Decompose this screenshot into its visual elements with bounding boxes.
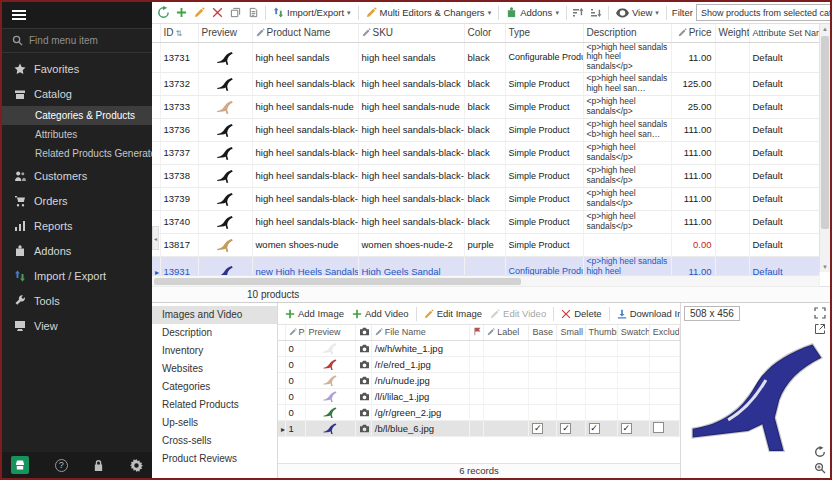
cell-base[interactable] <box>529 420 557 436</box>
column-header-position[interactable]: Pr <box>285 325 305 340</box>
delete-image-button[interactable]: Delete <box>558 306 604 321</box>
cell-exclude[interactable] <box>649 340 679 356</box>
fullscreen-icon[interactable] <box>814 307 826 319</box>
help-icon[interactable]: ? <box>55 459 68 472</box>
column-header-label[interactable]: Label <box>484 325 529 340</box>
product-row[interactable]: ▸ 13817 women shoes-nude women shoes-nud… <box>152 233 819 256</box>
sidebar-item-favorites[interactable]: Favorites <box>2 56 152 81</box>
sidebar-item-import-export[interactable]: Import / Export <box>2 263 152 288</box>
product-row[interactable]: ▸ 13732 high heel sandals-black high hee… <box>152 72 819 95</box>
add-icon[interactable] <box>173 4 190 21</box>
lock-icon[interactable] <box>93 459 104 472</box>
sidebar-item-addons[interactable]: Addons <box>2 238 152 263</box>
image-row[interactable]: ▸ 0 /l/i/lilac_1.jpg <box>278 388 680 404</box>
copy-icon[interactable] <box>227 4 244 21</box>
detail-tab[interactable]: Description <box>152 324 277 342</box>
column-header-type[interactable]: Type <box>505 24 583 42</box>
cell-small[interactable] <box>557 372 585 388</box>
cell-small[interactable] <box>557 388 585 404</box>
sidebar-item-categories-products[interactable]: Categories & Products <box>2 106 152 125</box>
column-header-exclude[interactable]: Exclude <box>649 325 679 340</box>
cell-small[interactable] <box>557 340 585 356</box>
store-icon[interactable] <box>11 456 29 474</box>
detail-tab[interactable]: Related Products <box>152 396 277 414</box>
cell-small[interactable] <box>557 404 585 420</box>
add-image-button[interactable]: Add Image <box>282 306 347 321</box>
sidebar-item-attributes[interactable]: Attributes <box>2 125 152 144</box>
product-row[interactable]: ▸ 13740 high heel sandals-black-38 high … <box>152 210 819 233</box>
detail-tab[interactable]: Cross-sells <box>152 432 277 450</box>
product-row[interactable]: ▸ 13739 high heel sandals-black-37 high … <box>152 187 819 210</box>
detail-tab[interactable]: Product Reviews <box>152 450 277 468</box>
detail-tab[interactable]: Websites <box>152 360 277 378</box>
image-row[interactable]: ▸ 0 /n/u/nude.jpg <box>278 372 680 388</box>
cell-exclude[interactable] <box>649 356 679 372</box>
cell-base[interactable] <box>529 356 557 372</box>
column-header-product-name[interactable]: Product Name <box>252 24 358 42</box>
refresh-icon[interactable] <box>155 4 172 21</box>
cell-base[interactable] <box>529 340 557 356</box>
column-header-preview[interactable]: Preview <box>305 325 355 340</box>
column-header-flag[interactable] <box>470 325 484 340</box>
product-row[interactable]: ▸ 13731 high heel sandals high heel sand… <box>152 42 819 72</box>
cell-swatch[interactable] <box>617 372 649 388</box>
sidebar-item-tools[interactable]: Tools <box>2 288 152 313</box>
detail-tab[interactable]: Categories <box>152 378 277 396</box>
image-row[interactable]: ▸ 0 /g/r/green_2.jpg <box>278 404 680 420</box>
column-header-color[interactable]: Color <box>464 24 505 42</box>
column-header-camera[interactable] <box>355 325 371 340</box>
scrollbar-thumb[interactable] <box>821 36 829 229</box>
addons-button[interactable]: Addons▾ <box>502 5 563 20</box>
column-header-sku[interactable]: SKU <box>358 24 464 42</box>
download-image-button[interactable]: Download Image <box>614 306 680 321</box>
edit-icon[interactable] <box>191 4 208 21</box>
sidebar-item-view[interactable]: View <box>2 313 152 338</box>
product-row[interactable]: ▸ 13738 high heel sandals-black-37 high … <box>152 164 819 187</box>
vertical-scrollbar[interactable]: ▲ ▼ <box>819 24 830 272</box>
horizontal-scrollbar[interactable] <box>152 275 819 286</box>
image-row[interactable]: ▸ 0 /r/e/red_1.jpg <box>278 356 680 372</box>
column-header-file-name[interactable]: File Name <box>371 325 469 340</box>
cell-swatch[interactable] <box>617 340 649 356</box>
sidebar-search-input[interactable]: Find menu item <box>2 28 152 53</box>
scrollbar-thumb[interactable] <box>154 278 521 285</box>
cell-thumbnail[interactable] <box>585 420 617 436</box>
cell-thumbnail[interactable] <box>585 404 617 420</box>
column-header-swatch[interactable]: Swatch <box>617 325 649 340</box>
cell-base[interactable] <box>529 372 557 388</box>
cell-swatch[interactable] <box>617 404 649 420</box>
column-header-thumbnail[interactable]: Thumbna <box>585 325 617 340</box>
cell-swatch[interactable] <box>617 388 649 404</box>
cell-exclude[interactable] <box>649 372 679 388</box>
sort-desc-icon[interactable] <box>588 4 605 21</box>
rotate-icon[interactable] <box>814 446 826 458</box>
sort-asc-icon[interactable] <box>570 4 587 21</box>
cell-exclude[interactable] <box>649 420 679 436</box>
edit-video-button[interactable]: Edit Video <box>487 306 549 321</box>
column-header-weight[interactable]: Weight <box>715 24 749 42</box>
cell-small[interactable] <box>557 356 585 372</box>
detail-tab[interactable]: Images and Video <box>152 306 277 324</box>
sidebar-item-orders[interactable]: Orders <box>2 188 152 213</box>
open-external-icon[interactable] <box>814 323 826 335</box>
cell-exclude[interactable] <box>649 388 679 404</box>
column-header-base[interactable]: Base <box>529 325 557 340</box>
cell-swatch[interactable] <box>617 356 649 372</box>
sidebar-item-catalog[interactable]: Catalog <box>2 81 152 106</box>
cell-thumbnail[interactable] <box>585 388 617 404</box>
scroll-up-icon[interactable]: ▲ <box>820 26 830 32</box>
add-video-button[interactable]: Add Video <box>349 306 412 321</box>
image-row[interactable]: ▸ 0 /w/h/white_1.jpg <box>278 340 680 356</box>
menu-icon[interactable] <box>2 2 152 28</box>
column-header-description[interactable]: Description <box>583 24 671 42</box>
cell-swatch[interactable] <box>617 420 649 436</box>
view-button[interactable]: View▾ <box>612 5 663 20</box>
collapse-panel-handle[interactable]: ◂ <box>152 226 159 250</box>
product-row[interactable]: ▸ 13736 high heel sandals-black-36 high … <box>152 118 819 141</box>
delete-icon[interactable] <box>209 4 226 21</box>
sidebar-item-related-products-generator[interactable]: Related Products Generator <box>2 144 152 163</box>
column-header-preview[interactable]: Preview <box>198 24 252 42</box>
cell-small[interactable] <box>557 420 585 436</box>
product-row[interactable]: ▸ 13737 high heel sandals-black-36 high … <box>152 141 819 164</box>
cell-base[interactable] <box>529 388 557 404</box>
